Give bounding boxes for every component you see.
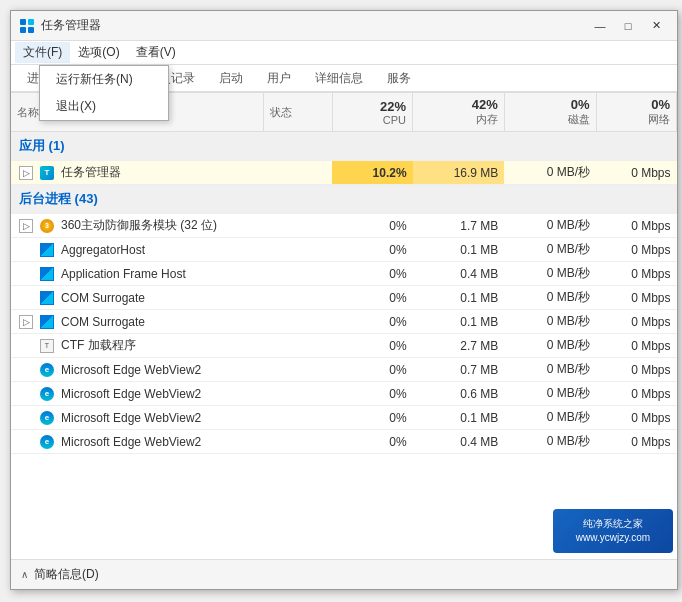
process-icon: [39, 314, 55, 330]
process-name-cell: ▷ T 任务管理器: [11, 161, 263, 185]
section-header-label: 后台进程 (43): [11, 185, 677, 214]
table-row[interactable]: ▷ T 任务管理器 10.2% 16.9 MB 0 MB/秒 0 Mbps: [11, 161, 677, 185]
process-cpu-cell: 0%: [332, 286, 412, 310]
tab-details[interactable]: 详细信息: [303, 66, 375, 93]
process-disk-cell: 0 MB/秒: [504, 214, 596, 238]
process-cpu-cell: 10.2%: [332, 161, 412, 185]
process-icon: e: [39, 434, 55, 450]
process-status-cell: [263, 214, 332, 238]
process-name-cell: COM Surrogate: [11, 286, 263, 310]
process-disk-cell: 0 MB/秒: [504, 358, 596, 382]
process-status-cell: [263, 238, 332, 262]
app-icon: [19, 18, 35, 34]
process-status-cell: [263, 161, 332, 185]
menu-view[interactable]: 查看(V): [128, 42, 184, 63]
col-status[interactable]: 状态: [263, 93, 332, 132]
file-dropdown-menu: 运行新任务(N) 退出(X): [39, 65, 169, 121]
svg-rect-0: [20, 19, 26, 25]
process-status-cell: [263, 262, 332, 286]
watermark: 纯净系统之家 www.ycwjzy.com: [553, 509, 673, 553]
process-icon: e: [39, 386, 55, 402]
process-icon: [39, 266, 55, 282]
expand-button[interactable]: ▷: [19, 166, 33, 180]
table-row[interactable]: AggregatorHost 0% 0.1 MB 0 MB/秒 0 Mbps: [11, 238, 677, 262]
tab-services[interactable]: 服务: [375, 66, 423, 93]
process-name-cell: e Microsoft Edge WebView2: [11, 406, 263, 430]
process-icon: e: [39, 362, 55, 378]
process-icon: e: [39, 410, 55, 426]
menu-file[interactable]: 文件(F): [15, 42, 70, 63]
process-cpu-cell: 0%: [332, 406, 412, 430]
process-disk-cell: 0 MB/秒: [504, 286, 596, 310]
process-disk-cell: 0 MB/秒: [504, 262, 596, 286]
process-network-cell: 0 Mbps: [596, 406, 676, 430]
process-network-cell: 0 Mbps: [596, 430, 676, 454]
table-row[interactable]: T CTF 加载程序 0% 2.7 MB 0 MB/秒 0 Mbps: [11, 334, 677, 358]
process-network-cell: 0 Mbps: [596, 358, 676, 382]
process-network-cell: 0 Mbps: [596, 262, 676, 286]
table-row[interactable]: e Microsoft Edge WebView2 0% 0.1 MB 0 MB…: [11, 406, 677, 430]
col-network[interactable]: 0% 网络: [596, 93, 676, 132]
close-button[interactable]: ✕: [643, 16, 669, 36]
expand-button[interactable]: ▷: [19, 219, 33, 233]
process-cpu-cell: 0%: [332, 238, 412, 262]
process-status-cell: [263, 382, 332, 406]
process-cpu-cell: 0%: [332, 214, 412, 238]
process-icon: [39, 242, 55, 258]
footer-bar[interactable]: ∧ 简略信息(D): [11, 559, 677, 589]
col-memory[interactable]: 42% 内存: [413, 93, 505, 132]
footer-label: 简略信息(D): [34, 566, 99, 583]
exit-item[interactable]: 退出(X): [40, 93, 168, 120]
title-bar-left: 任务管理器: [19, 17, 101, 34]
table-row[interactable]: e Microsoft Edge WebView2 0% 0.6 MB 0 MB…: [11, 382, 677, 406]
tab-users[interactable]: 用户: [255, 66, 303, 93]
tab-startup[interactable]: 启动: [207, 66, 255, 93]
svg-rect-1: [28, 19, 34, 25]
table-row[interactable]: e Microsoft Edge WebView2 0% 0.7 MB 0 MB…: [11, 358, 677, 382]
col-cpu[interactable]: 22% CPU: [332, 93, 412, 132]
process-network-cell: 0 Mbps: [596, 382, 676, 406]
expand-button[interactable]: ▷: [19, 315, 33, 329]
process-name-cell: ▷ 3 360主动防御服务模块 (32 位): [11, 214, 263, 238]
process-memory-cell: 0.1 MB: [413, 310, 505, 334]
watermark-line2: www.ycwjzy.com: [576, 531, 650, 545]
process-memory-cell: 0.1 MB: [413, 286, 505, 310]
section-header-row: 后台进程 (43): [11, 185, 677, 214]
table-row[interactable]: ▷ 3 360主动防御服务模块 (32 位) 0% 1.7 MB 0 MB/秒 …: [11, 214, 677, 238]
process-name-label: 任务管理器: [61, 164, 121, 181]
minimize-button[interactable]: —: [587, 16, 613, 36]
section-header-row: 应用 (1): [11, 132, 677, 161]
col-disk[interactable]: 0% 磁盘: [504, 93, 596, 132]
process-status-cell: [263, 358, 332, 382]
window-title: 任务管理器: [41, 17, 101, 34]
process-network-cell: 0 Mbps: [596, 334, 676, 358]
process-name-cell: Application Frame Host: [11, 262, 263, 286]
process-name-label: Microsoft Edge WebView2: [61, 363, 201, 377]
table-row[interactable]: Application Frame Host 0% 0.4 MB 0 MB/秒 …: [11, 262, 677, 286]
process-memory-cell: 0.1 MB: [413, 238, 505, 262]
table-row[interactable]: ▷ COM Surrogate 0% 0.1 MB 0 MB/秒 0 Mbps: [11, 310, 677, 334]
table-row[interactable]: e Microsoft Edge WebView2 0% 0.4 MB 0 MB…: [11, 430, 677, 454]
process-name-cell: e Microsoft Edge WebView2: [11, 358, 263, 382]
table-row[interactable]: COM Surrogate 0% 0.1 MB 0 MB/秒 0 Mbps: [11, 286, 677, 310]
process-memory-cell: 0.4 MB: [413, 430, 505, 454]
process-name-cell: T CTF 加载程序: [11, 334, 263, 358]
process-disk-cell: 0 MB/秒: [504, 382, 596, 406]
process-table-container[interactable]: 名称 状态 22% CPU 42% 内存 0% 磁盘: [11, 93, 677, 559]
process-name-label: 360主动防御服务模块 (32 位): [61, 217, 217, 234]
process-disk-cell: 0 MB/秒: [504, 430, 596, 454]
process-status-cell: [263, 286, 332, 310]
process-disk-cell: 0 MB/秒: [504, 334, 596, 358]
maximize-button[interactable]: □: [615, 16, 641, 36]
run-new-task-item[interactable]: 运行新任务(N): [40, 66, 168, 93]
process-status-cell: [263, 310, 332, 334]
process-icon: T: [39, 338, 55, 354]
menu-options[interactable]: 选项(O): [70, 42, 127, 63]
window-controls: — □ ✕: [587, 16, 669, 36]
process-icon: 3: [39, 218, 55, 234]
process-name-cell: e Microsoft Edge WebView2: [11, 430, 263, 454]
process-network-cell: 0 Mbps: [596, 214, 676, 238]
process-name-cell: e Microsoft Edge WebView2: [11, 382, 263, 406]
section-header-label: 应用 (1): [11, 132, 677, 161]
process-name-label: Microsoft Edge WebView2: [61, 387, 201, 401]
